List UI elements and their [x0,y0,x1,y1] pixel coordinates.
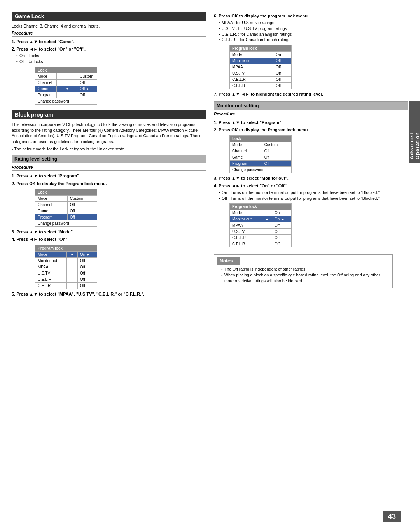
monitor-step2: 2. Press OK to display the Program lock … [214,127,408,133]
bullet6-1: U.S.TV : for U.S TV program ratings [219,26,408,31]
rating-level-table2: Program lock Mode◄On ► Monitor outOff MP… [35,245,97,289]
game-lock-title: Game Lock [12,12,206,21]
block-program-note: • The default mode for the Lock category… [12,146,206,152]
notes-section: Notes The Off rating is independent of o… [214,254,393,288]
step7: 7. Press ▲▼ ◄► to highlight the desired … [214,91,408,97]
game-lock-table: Lock ModeCustom ChannelOff Game◄Off ► Pr… [35,67,97,105]
monitor-out-title: Monitor out setting [214,101,408,110]
monitor-out-section: Monitor out setting Procedure 1. Press ▲… [214,101,408,248]
monitor-step4: 4. Press ◄► to select "On" or "Off". [214,183,408,189]
monitor-bullet-1: Off - Turns off the monitor terminal out… [219,196,408,201]
monitor-step1: 1. Press ▲▼ to select "Program". [214,120,408,126]
game-lock-procedure-label: Procedure [12,31,206,35]
bullet6-2: C.E.L.R. : for Canadian English ratings [219,31,408,37]
right-column: 6. Press OK to display the program lock … [214,12,408,298]
monitor-bullets: On - Turns on the monitor terminal outpu… [219,190,408,201]
rating-level-step2: 2. Press OK to display the Program lock … [12,181,206,187]
rating-level-step5: 5. Press ▲▼ to select "MPAA", "U.S.TV", … [12,291,206,297]
rating-level-title: Rating level setting [12,155,206,163]
game-lock-section: Game Lock Locks Channel 3, Channel 4 and… [12,12,206,105]
left-column: Game Lock Locks Channel 3, Channel 4 and… [12,12,206,298]
monitor-table2: Program lock ModeOn Monitor out◄On ► MPA… [229,203,292,247]
bullet6-0: MPAA : for U.S movie ratings [219,20,408,26]
table6: Program lock ModeOn Monitor outOff MPAAO… [229,45,292,89]
rating-level-table1: Lock ModeCustom ChannelOff GameOff Progr… [35,189,97,227]
game-lock-step2: 2. Press ◄► to select "On" or "Off". [12,46,206,52]
block-program-desc: This television incorporates V-Chip tech… [12,122,206,145]
monitor-out-procedure: Procedure [214,112,408,116]
monitor-table1: Lock ModeCustom ChannelOff GameOff Progr… [229,135,292,173]
rating-level-procedure-label: Procedure [12,165,206,170]
rating-level-step3: 3. Press ▲▼ to select "Mode". [12,229,206,235]
game-lock-desc: Locks Channel 3, Channel 4 and external … [12,23,206,29]
step6: 6. Press OK to display the program lock … [214,13,408,19]
game-lock-step1: 1. Press ▲▼ to select "Game". [12,39,206,45]
notes-label: Notes [217,257,240,265]
step6-bullets: MPAA : for U.S movie ratings U.S.TV : fo… [219,20,408,43]
rating-level-step4: 4. Press ◄► to select "On". [12,236,206,242]
notes-list: The Off rating is independent of other r… [221,266,390,283]
block-program-title: Block program [12,110,206,119]
game-lock-bullets: On - Locks Off - Unlocks [16,53,206,64]
bullet6-3: C.F.L.R. : for Canadian French ratings [219,37,408,43]
page-number: 43 [383,511,401,522]
note-1: When placing a block on a specific age b… [221,272,390,283]
game-lock-bullet-0: On - Locks [16,53,206,59]
game-lock-bullet-1: Off - Unlocks [16,59,206,65]
block-program-section: Block program This television incorporat… [12,110,206,152]
rating-level-section: Rating level setting Procedure 1. Press … [12,155,206,297]
note-0: The Off rating is independent of other r… [221,266,390,272]
monitor-step3: 3. Press ▲▼ to select "Monitor out". [214,175,408,181]
rating-level-step1: 1. Press ▲▼ to select "Program". [12,173,206,179]
advanced-operation-tab: Advanced Operation [409,101,420,163]
monitor-bullet-0: On - Turns on the monitor terminal outpu… [219,190,408,196]
